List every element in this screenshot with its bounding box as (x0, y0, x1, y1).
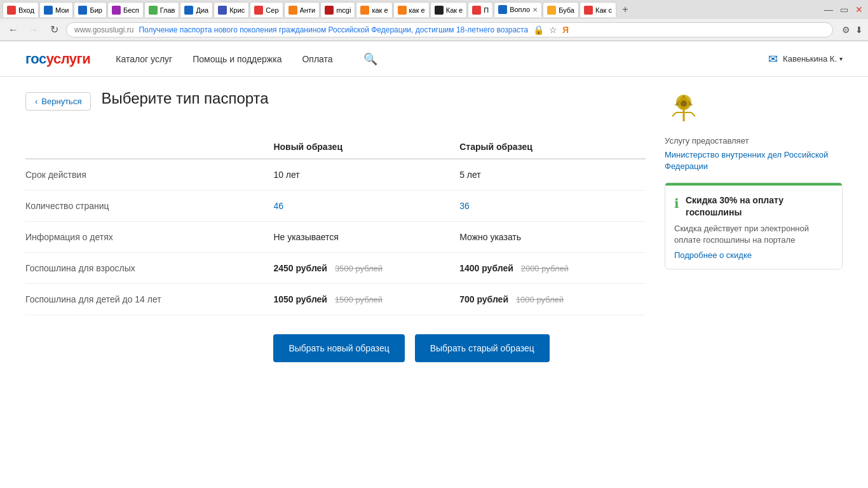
tab-label: Вход (18, 6, 34, 14)
site-nav: Каталог услуг Помощь и поддержка Оплата … (116, 52, 768, 66)
tab-label: Как с (595, 6, 612, 14)
tab-bar: Вход Мои Бир Бесп Глав Диа Крис Сер (0, 0, 868, 19)
browser-chrome: Вход Мои Бир Бесп Глав Диа Крис Сер (0, 0, 868, 41)
row-value-pages-new[interactable]: 46 (273, 201, 459, 211)
back-chevron-icon: ‹ (35, 97, 37, 106)
sidebar: Услугу предоставляет Министерство внутре… (665, 90, 843, 362)
table-row: Срок действия 10 лет 5 лет (25, 159, 646, 191)
table-row: Количество страниц 46 36 (25, 191, 646, 222)
tab-vhod[interactable]: Вход (3, 2, 39, 17)
ministry-name[interactable]: Министерство внутренних дел Российской Ф… (665, 149, 843, 172)
tab-kake2[interactable]: как е (393, 2, 430, 17)
row-label-children: Информация о детях (25, 232, 273, 242)
tab-kris[interactable]: Крис (214, 2, 249, 17)
site-logo[interactable]: госуслуги (25, 51, 90, 67)
nav-payment[interactable]: Оплата (302, 54, 332, 64)
tab-moi[interactable]: Мои (39, 2, 74, 17)
tab-kaks[interactable]: Как с (580, 2, 616, 17)
fee-adult-new-amount: 2450 рублей (273, 263, 327, 273)
fee-adult-old-amount: 1400 рублей (459, 263, 513, 273)
discount-link[interactable]: Подробнее о скидке (674, 250, 752, 260)
tab-favicon (218, 6, 227, 15)
row-value-srok-old: 5 лет (459, 170, 646, 180)
tab-mcgi[interactable]: mcgi (320, 2, 355, 17)
tab-favicon (184, 6, 193, 15)
tab-favicon (584, 6, 593, 15)
nav-help[interactable]: Помощь и поддержка (193, 54, 281, 64)
col-label-header (25, 142, 273, 152)
close-button[interactable]: ✕ (853, 3, 865, 16)
page-title-address: Получение паспорта нового поколения граж… (139, 25, 528, 34)
content-area: ‹ Вернуться Выберите тип паспорта Новый … (25, 90, 646, 362)
site-header: госуслуги Каталог услуг Помощь и поддерж… (0, 41, 868, 77)
discount-title: Скидка 30% на оплату госпошлины (686, 194, 833, 217)
refresh-button[interactable]: ↻ (46, 22, 62, 38)
nav-catalog[interactable]: Каталог услуг (116, 54, 172, 64)
tab-favicon (78, 6, 87, 15)
tab-p[interactable]: П (468, 2, 493, 17)
action-buttons: Выбрать новый образец Выбрать старый обр… (25, 334, 646, 362)
comparison-table: Новый образец Старый образец Срок действ… (25, 135, 646, 315)
extensions-icon[interactable]: ⚙ (842, 25, 850, 35)
row-label-fee-children: Госпошлина для детей до 14 лет (25, 294, 273, 304)
discount-header: ℹ Скидка 30% на оплату госпошлины (674, 194, 833, 217)
tab-voplo[interactable]: Вопло ✕ (494, 2, 542, 17)
tab-besp[interactable]: Бесп (107, 2, 144, 17)
forward-navigation-button[interactable]: → (25, 22, 42, 38)
tab-kake1[interactable]: как е (356, 2, 392, 17)
user-name: Кавенькина К. (783, 54, 837, 64)
tab-label: П (484, 6, 489, 14)
tab-label: Глав (160, 6, 175, 14)
row-value-fee-adult-new: 2450 рублей 3500 рублей (273, 263, 459, 273)
row-value-pages-old[interactable]: 36 (459, 201, 646, 211)
row-value-children-new: Не указывается (273, 232, 459, 242)
choose-old-button[interactable]: Выбрать старый образец (415, 334, 550, 362)
back-navigation-button[interactable]: ← (5, 22, 22, 38)
row-label-srok: Срок действия (25, 170, 273, 180)
minimize-button[interactable]: — (822, 3, 835, 16)
tab-kake3[interactable]: Как е (430, 2, 468, 17)
tab-favicon (149, 6, 158, 15)
page-title: Выберите тип паспорта (101, 90, 268, 107)
discount-block: ℹ Скидка 30% на оплату госпошлины Скидка… (665, 182, 843, 269)
tab-label: как е (409, 6, 425, 14)
fee-adult-old-old-amount: 2000 рублей (521, 264, 569, 273)
yandex-icon: Я (562, 25, 569, 35)
logo-uslugi-text: услуги (46, 51, 91, 67)
choose-new-button[interactable]: Выбрать новый образец (273, 334, 404, 362)
tab-label: Сер (266, 6, 278, 14)
maximize-button[interactable]: ▭ (837, 3, 850, 16)
browser-controls: — ▭ ✕ (822, 3, 865, 16)
browser-extra-icons: ⚙ ⬇ (842, 25, 863, 35)
new-tab-button[interactable]: + (618, 3, 632, 17)
tab-anti[interactable]: Анти (284, 2, 320, 17)
tab-close-icon[interactable]: ✕ (532, 6, 538, 13)
logo-gos-text: гос (25, 51, 46, 67)
tab-bir[interactable]: Бир (74, 2, 106, 17)
tab-dia[interactable]: Диа (180, 2, 213, 17)
back-button[interactable]: ‹ Вернуться (25, 92, 91, 111)
tab-favicon (398, 6, 407, 15)
col-new-header: Новый образец (273, 142, 459, 152)
download-icon[interactable]: ⬇ (855, 25, 863, 35)
row-value-fee-children-old: 700 рублей 1000 рублей (459, 294, 646, 304)
search-icon[interactable]: 🔍 (363, 52, 377, 66)
address-input[interactable]: www.gosuslugi.ru Получение паспорта ново… (66, 22, 833, 37)
tab-glav[interactable]: Глав (144, 2, 180, 17)
tab-label: Буба (559, 6, 574, 14)
tab-buba[interactable]: Буба (543, 2, 579, 17)
table-row: Госпошлина для детей до 14 лет 1050 рубл… (25, 284, 646, 315)
user-menu[interactable]: ✉ Кавенькина К. ▾ (768, 52, 843, 66)
tab-favicon (288, 6, 297, 15)
star-icon[interactable]: ☆ (549, 25, 557, 35)
tab-label: Как е (446, 6, 463, 14)
fee-children-old-old-amount: 1000 рублей (516, 295, 564, 304)
tab-label: Крис (229, 6, 245, 14)
col-old-header: Старый образец (459, 142, 646, 152)
row-value-children-old: Можно указать (459, 232, 646, 242)
fee-adult-new-old-amount: 3500 рублей (335, 264, 383, 273)
tab-label: Диа (196, 6, 208, 14)
table-header-row: Новый образец Старый образец (25, 135, 646, 159)
table-row: Информация о детях Не указывается Можно … (25, 222, 646, 253)
tab-ser[interactable]: Сер (250, 2, 283, 17)
